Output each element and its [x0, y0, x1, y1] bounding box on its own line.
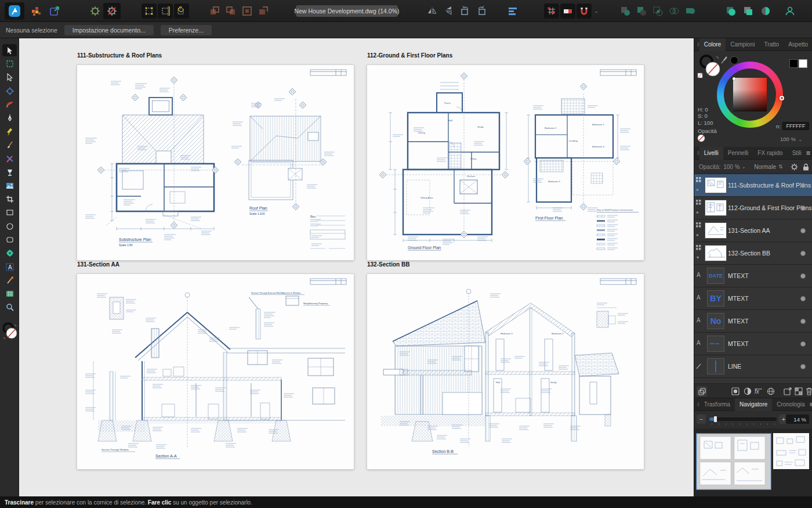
artboard-sheet-132[interactable]: Bedroom 3 Bedroom 2 Hall Study Section B…	[367, 274, 644, 469]
tab-stili[interactable]: Stili	[788, 147, 806, 160]
saturation-handle[interactable]	[733, 77, 735, 80]
move-tool[interactable]	[2, 44, 17, 56]
snapping-grid-toggle-icon[interactable]	[544, 3, 559, 19]
assistant-off-gear-icon[interactable]	[103, 3, 121, 19]
layer-row-112[interactable]: ▸ 112-Ground & First Floor Plans	[694, 197, 812, 219]
tab-navigatore[interactable]: Navigatore	[735, 398, 772, 411]
expand-chevron-icon[interactable]: ▸	[697, 210, 699, 215]
artboard-sheet-131[interactable]: Section A-A Neighbouring Property Sectio…	[77, 274, 354, 469]
layer-row-132[interactable]: ▾ 132-Section BB	[694, 242, 812, 265]
artboard-label-111[interactable]: 111-Substructure & Roof Plans	[77, 52, 162, 59]
insert-on-top-icon[interactable]	[224, 4, 238, 18]
tab-campioni[interactable]: Campioni	[726, 38, 759, 51]
layer-visibility-dot[interactable]	[800, 296, 806, 301]
alignment-icon[interactable]	[506, 4, 520, 18]
style-stroke-icon[interactable]	[741, 4, 755, 18]
white-swatch[interactable]	[799, 59, 807, 68]
document-setup-button[interactable]: Impostazione documento...	[64, 25, 154, 35]
zoom-slider-handle[interactable]	[714, 416, 717, 422]
app-logo-icon[interactable]	[5, 2, 24, 20]
layer-visibility-dot[interactable]	[800, 228, 806, 233]
snap-bounds-icon[interactable]	[158, 3, 173, 19]
frame-text-tool[interactable]: A	[2, 261, 17, 273]
navigator-preview[interactable]	[694, 428, 812, 496]
tab-aspetto[interactable]: Aspetto	[784, 38, 812, 51]
artboard-label-132[interactable]: 132-Section BB	[367, 261, 409, 268]
vector-brush-tool[interactable]	[2, 153, 17, 165]
style-effects-icon[interactable]	[759, 4, 773, 18]
hue-handle[interactable]	[780, 96, 784, 100]
layer-visibility-dot[interactable]	[800, 364, 806, 369]
style-fill-icon[interactable]	[724, 4, 738, 18]
flip-horizontal-icon[interactable]	[426, 4, 440, 18]
insert-inside-icon[interactable]	[240, 4, 254, 18]
persona-export-icon[interactable]	[48, 4, 61, 18]
document-title[interactable]: New House Development.dwg (14.0%)	[296, 5, 398, 17]
paint-brush-tool[interactable]	[2, 139, 17, 151]
tab-fx-rapido[interactable]: FX rapido	[753, 147, 787, 160]
black-swatch[interactable]	[789, 59, 798, 68]
flip-vertical-icon[interactable]	[442, 4, 456, 18]
transparency-tool[interactable]	[2, 166, 17, 178]
boolean-intersect-icon[interactable]	[651, 4, 665, 18]
new-layer-icon[interactable]	[782, 386, 793, 397]
adjustment-layer-icon[interactable]	[742, 386, 753, 397]
tab-trasforma[interactable]: Trasforma	[699, 398, 735, 411]
crop-tool[interactable]	[2, 193, 17, 205]
panel-grip-icon[interactable]: ‖	[694, 42, 699, 48]
snapping-magnet-icon[interactable]	[577, 3, 592, 19]
panel-grip-icon[interactable]: ‖	[694, 402, 699, 408]
rotate-cw-icon[interactable]	[474, 4, 488, 18]
rectangle-tool[interactable]	[2, 206, 17, 218]
canvas-viewport[interactable]: 111-Substructure & Roof Plans 112-Ground…	[19, 38, 694, 496]
artboard-label-131[interactable]: 131-Section AA	[77, 261, 119, 268]
zoom-out-button[interactable]: −	[697, 415, 706, 424]
persona-pixel-icon[interactable]	[29, 4, 43, 18]
hex-input[interactable]: FFFFFF	[782, 122, 809, 130]
ellipse-tool[interactable]	[2, 220, 17, 232]
artboard-label-112[interactable]: 112-Ground & First Floor Plans	[367, 52, 452, 59]
point-transform-tool[interactable]	[2, 85, 17, 97]
snapping-dropdown-chevron-icon[interactable]: ⌄	[593, 4, 600, 18]
snap-rotate-icon[interactable]	[174, 3, 189, 19]
mask-layer-icon[interactable]	[730, 386, 741, 397]
layer-visibility-dot[interactable]	[800, 319, 806, 324]
fill-stroke-wells[interactable]	[2, 322, 17, 341]
saturation-square[interactable]	[733, 78, 767, 111]
navigator-offscreen-thumbnail[interactable]	[773, 433, 809, 469]
expand-chevron-icon[interactable]: ▸	[697, 187, 699, 192]
boolean-divide-icon[interactable]	[667, 4, 681, 18]
artboard-sheet-111[interactable]: Substructure Plan Scale 1:50 Roof Plan S…	[77, 65, 354, 260]
tab-livelli[interactable]: Livelli	[699, 147, 723, 160]
rotate-ccw-icon[interactable]	[458, 4, 472, 18]
layer-row-line[interactable]: LINE	[694, 355, 812, 378]
lock-icon[interactable]	[803, 163, 809, 171]
tab-cronologia[interactable]: Cronologia	[772, 398, 809, 411]
boolean-subtract-icon[interactable]	[635, 4, 648, 18]
artboard-tool[interactable]	[2, 57, 17, 70]
snapping-objects-toggle-icon[interactable]	[560, 3, 575, 19]
layer-visibility-dot[interactable]	[800, 251, 806, 256]
node-tool[interactable]	[2, 71, 17, 83]
layer-visibility-dot[interactable]	[800, 341, 806, 347]
account-person-icon[interactable]	[783, 4, 797, 18]
navigator-viewport-thumbnail[interactable]	[696, 433, 771, 490]
layer-effects-fx-icon[interactable]: fx	[753, 386, 764, 397]
layer-row-mtext-2[interactable]: A BY MTEXT	[694, 287, 812, 310]
layer-settings-gear-icon[interactable]	[791, 163, 798, 171]
zoom-tool[interactable]	[2, 301, 17, 313]
layers-opacity-value[interactable]: 100 %	[723, 164, 740, 170]
assistant-gear-icon[interactable]	[88, 4, 102, 18]
panel-grip-icon[interactable]: ‖	[694, 150, 699, 156]
blend-mode-dropdown[interactable]: Normale	[754, 164, 776, 170]
layer-row-mtext-4[interactable]: A MTEXT	[694, 333, 812, 355]
expand-chevron-icon[interactable]: ▸	[697, 232, 699, 237]
corner-tool[interactable]	[2, 98, 17, 110]
layer-row-111[interactable]: ▸ 111-Substructure & Roof Plans	[694, 174, 812, 197]
zoom-slider[interactable]	[709, 417, 777, 421]
snap-grid-icon[interactable]	[142, 3, 157, 19]
delete-layer-trash-icon[interactable]	[804, 386, 812, 397]
boolean-combine-icon[interactable]	[683, 4, 697, 18]
panel-menu-icon[interactable]: ≡	[810, 400, 812, 409]
live-filter-icon[interactable]	[766, 386, 776, 397]
